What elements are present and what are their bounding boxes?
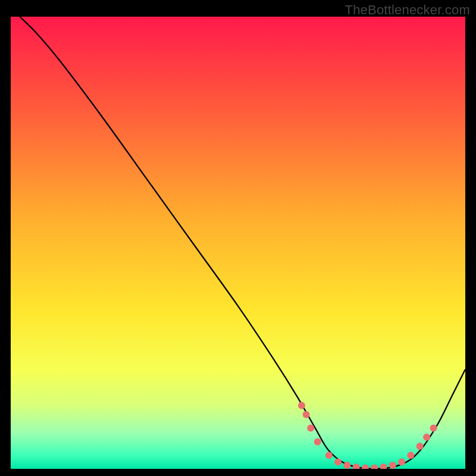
highlight-dot <box>423 434 430 441</box>
bottleneck-chart <box>11 17 465 469</box>
highlight-dot <box>407 452 414 459</box>
highlight-dot <box>303 411 310 418</box>
highlight-dot <box>325 452 333 459</box>
highlight-dot <box>298 402 305 409</box>
highlight-dot <box>389 462 396 469</box>
highlight-dot <box>416 443 424 450</box>
highlight-dot <box>334 459 342 466</box>
watermark-label: TheBottlenecker.com <box>345 2 470 18</box>
highlight-dot <box>343 462 350 469</box>
plot-area <box>11 17 465 469</box>
chart-frame: TheBottlenecker.com <box>0 0 476 476</box>
highlight-dot <box>307 425 314 432</box>
highlight-dot <box>314 438 321 445</box>
highlight-dot <box>398 459 405 466</box>
highlight-dot <box>430 425 437 432</box>
